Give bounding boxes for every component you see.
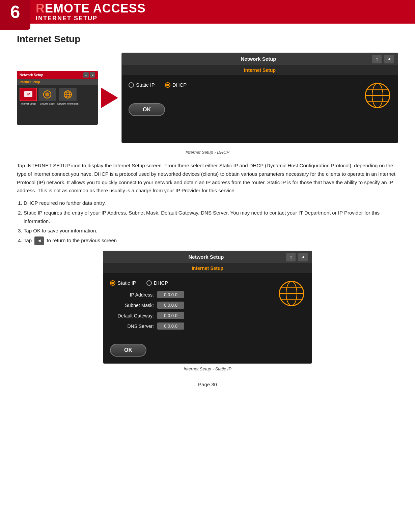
dhcp-radio[interactable]: DHCP — [165, 82, 187, 88]
static-screen-title: Network Setup — [128, 254, 285, 260]
dhcp-screen-header: Network Setup ⌂ ◄ — [122, 53, 398, 65]
static-radio-circle-sel — [110, 280, 115, 286]
gateway-value[interactable]: 0.0.0.0 — [157, 312, 184, 319]
static-ok-button[interactable]: OK — [110, 334, 271, 357]
static-ok-label: OK — [110, 344, 146, 357]
page-content: Internet Setup Network Setup ⌂ ◄ Interne… — [0, 24, 415, 408]
dhcp-globe-icon — [364, 82, 391, 110]
small-screen-header-title: Network Setup — [20, 73, 43, 77]
static-ip-label: Static IP — [136, 82, 155, 88]
static-dhcp-circle — [146, 280, 152, 286]
dns-row: DNS Server: 0.0.0.0 — [110, 323, 271, 330]
static-subheader-text: Internet Setup — [192, 265, 223, 271]
ip-address-label: IP Address: — [110, 292, 154, 298]
static-screen-header: Network Setup ⌂ ◄ — [103, 251, 312, 263]
static-screenshot-container: Network Setup ⌂ ◄ Internet Setup Static … — [17, 251, 398, 364]
dhcp-radio-row: Static IP DHCP — [129, 82, 357, 88]
navigation-arrow — [101, 88, 118, 108]
subnet-mask-value[interactable]: 0.0.0.0 — [157, 302, 184, 309]
small-icon-label-network: Network Information — [57, 103, 79, 105]
caption-static: Internet Setup - Static IP — [17, 366, 398, 371]
static-ip-label-2: Static IP — [117, 280, 136, 286]
dhcp-ok-label: OK — [129, 103, 165, 116]
dhcp-screenshot: Network Setup ⌂ ◄ Internet Setup Static … — [121, 53, 398, 143]
list-item-4: Tap ◄ to return to the previous screen — [24, 236, 398, 245]
static-screen-body: Static IP DHCP IP Address: 0.0.0.0 — [103, 273, 312, 363]
svg-point-3 — [45, 92, 49, 96]
dhcp-screen-body: Static IP DHCP OK — [122, 75, 398, 143]
static-dhcp-radio[interactable]: DHCP — [146, 280, 168, 286]
static-ip-radio-selected[interactable]: Static IP — [110, 280, 136, 286]
page-subtitle: INTERNET SETUP — [36, 15, 146, 22]
dhcp-home-btn[interactable]: ⌂ — [372, 55, 382, 63]
svg-text:IP: IP — [27, 92, 30, 96]
globe-small-icon — [63, 90, 73, 99]
dhcp-radio-circle — [165, 82, 170, 88]
small-home-btn[interactable]: ⌂ — [83, 72, 89, 78]
static-ip-radio[interactable]: Static IP — [129, 82, 155, 88]
small-back-btn[interactable]: ◄ — [90, 72, 95, 78]
small-screen-header: Network Setup ⌂ ◄ — [17, 71, 98, 79]
static-screenshot: Network Setup ⌂ ◄ Internet Setup Static … — [103, 251, 312, 364]
gateway-row: Default Gateway: 0.0.0.0 — [110, 312, 271, 319]
subnet-mask-label: Subnet Mask: — [110, 303, 154, 308]
inline-back-button[interactable]: ◄ — [34, 236, 44, 245]
static-back-btn[interactable]: ◄ — [298, 253, 308, 261]
network-info-icon-box — [59, 88, 77, 101]
dhcp-subheader: Internet Setup — [122, 65, 398, 75]
list-item-2: Static IP requires the entry of your IP … — [24, 209, 398, 226]
gateway-label: Default Gateway: — [110, 313, 154, 318]
small-screen-subheader-text: Internet Setup — [20, 80, 40, 84]
static-fields: IP Address: 0.0.0.0 Subnet Mask: 0.0.0.0… — [110, 291, 271, 330]
chapter-number: 6 — [0, 0, 30, 24]
small-screen-subheader: Internet Setup — [17, 79, 98, 85]
arrow-container — [98, 88, 121, 108]
dhcp-back-btn[interactable]: ◄ — [384, 55, 394, 63]
page-title: REMOTE ACCESS — [36, 2, 146, 15]
title-r: R — [36, 1, 45, 15]
ip-address-value[interactable]: 0.0.0.0 — [157, 291, 184, 298]
list-item-3: Tap OK to save your information. — [24, 227, 398, 235]
dhcp-subheader-text: Internet Setup — [244, 67, 276, 73]
static-radio-row: Static IP DHCP — [110, 280, 271, 286]
screenshots-row: Network Setup ⌂ ◄ Internet Setup IP — [17, 53, 398, 143]
globe-svg — [364, 82, 391, 109]
list-item-1: DHCP required no further data entry. — [24, 199, 398, 207]
security-icon-box — [38, 88, 56, 101]
dhcp-label: DHCP — [172, 82, 187, 88]
page-header: 6 REMOTE ACCESS INTERNET SETUP — [0, 0, 415, 24]
small-screen-icons-row: IP Internet Setup Security Code — [17, 85, 98, 108]
header-text-block: REMOTE ACCESS INTERNET SETUP — [30, 0, 146, 24]
dhcp-screen-title: Network Setup — [146, 56, 371, 62]
subnet-mask-row: Subnet Mask: 0.0.0.0 — [110, 302, 271, 309]
instruction-list: DHCP required no further data entry. Sta… — [24, 199, 398, 245]
small-icon-network-info[interactable]: Network Information — [57, 88, 79, 105]
dhcp-left-panel: Static IP DHCP OK — [129, 82, 357, 116]
caption-dhcp: Internet Setup - DHCP — [17, 150, 398, 155]
static-radio-circle — [129, 82, 134, 88]
section-title: Internet Setup — [17, 34, 398, 45]
ip-address-row: IP Address: 0.0.0.0 — [110, 291, 271, 298]
dns-value[interactable]: 0.0.0.0 — [157, 323, 184, 330]
page-number: Page 30 — [17, 382, 398, 394]
static-home-btn[interactable]: ⌂ — [286, 253, 296, 261]
static-subheader: Internet Setup — [103, 263, 312, 273]
dhcp-header-icons: ⌂ ◄ — [371, 55, 394, 63]
small-icon-internet-setup[interactable]: IP Internet Setup — [20, 88, 37, 105]
static-globe-icon — [278, 280, 305, 308]
small-screenshot: Network Setup ⌂ ◄ Internet Setup IP — [17, 71, 98, 125]
dns-label: DNS Server: — [110, 324, 154, 329]
small-screen-header-icons: ⌂ ◄ — [83, 72, 95, 78]
internet-setup-icon-box: IP — [20, 88, 37, 101]
small-icon-security[interactable]: Security Code — [38, 88, 56, 105]
static-dhcp-label: DHCP — [154, 280, 168, 286]
dhcp-ok-button[interactable]: OK — [129, 93, 357, 116]
static-globe-svg — [278, 280, 305, 307]
small-icon-label-security: Security Code — [40, 103, 55, 105]
static-header-icons: ⌂ ◄ — [285, 253, 308, 261]
small-icon-label-internet: Internet Setup — [21, 103, 36, 105]
ip-icon: IP — [24, 90, 33, 99]
body-text: Tap INTERNET SETUP icon to display the I… — [17, 162, 398, 195]
static-left-panel: Static IP DHCP IP Address: 0.0.0.0 — [110, 280, 271, 357]
security-icon — [43, 90, 52, 99]
